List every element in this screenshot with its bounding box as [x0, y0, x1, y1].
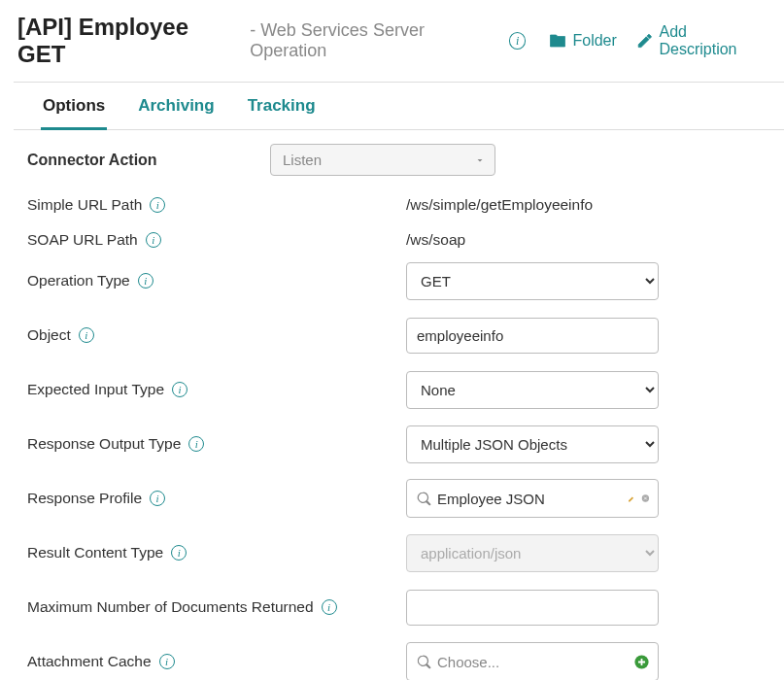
label-simple-url: Simple URL Path i: [27, 196, 406, 214]
label-operation-type: Operation Type i: [27, 272, 406, 289]
tab-tracking[interactable]: Tracking: [246, 96, 318, 130]
label-soap-url-text: SOAP URL Path: [27, 231, 138, 249]
row-soap-url: SOAP URL Path i /ws/soap: [27, 224, 784, 255]
response-profile-input[interactable]: [437, 491, 622, 507]
folder-link[interactable]: Folder: [549, 32, 616, 50]
label-simple-url-text: Simple URL Path: [27, 196, 142, 214]
operation-type-select[interactable]: GET: [406, 262, 659, 300]
search-icon: [417, 492, 431, 506]
label-object: Object i: [27, 326, 406, 344]
connector-action-select-wrap: [270, 144, 486, 176]
row-operation-type: Operation Type i GET: [27, 261, 784, 300]
page-subtitle: - Web Services Server Operation: [250, 20, 503, 61]
max-docs-input[interactable]: [406, 590, 659, 626]
label-soap-url: SOAP URL Path i: [27, 231, 406, 249]
info-icon[interactable]: i: [171, 545, 187, 561]
expected-input-type-select[interactable]: None: [406, 371, 659, 409]
info-icon[interactable]: i: [138, 273, 153, 289]
label-operation-type-text: Operation Type: [27, 272, 130, 289]
attachment-cache-lookup[interactable]: [406, 642, 659, 680]
info-icon[interactable]: i: [159, 654, 175, 669]
label-max-docs-text: Maximum Number of Documents Returned: [27, 598, 314, 616]
row-expected-input-type: Expected Input Type i None: [27, 370, 784, 409]
row-attachment-cache: Attachment Cache i: [27, 642, 784, 680]
attachment-cache-input[interactable]: [437, 654, 628, 670]
info-icon[interactable]: i: [146, 232, 161, 248]
label-response-output-type: Response Output Type i: [27, 435, 406, 453]
info-icon[interactable]: i: [150, 491, 165, 506]
label-attachment-cache: Attachment Cache i: [27, 653, 406, 670]
row-simple-url: Simple URL Path i /ws/simple/getEmployee…: [27, 189, 784, 221]
info-icon[interactable]: i: [188, 436, 204, 452]
page-title: [API] Employee GET: [17, 14, 240, 68]
row-result-content-type: Result Content Type i application/json: [27, 533, 784, 572]
result-content-type-select: application/json: [406, 534, 659, 572]
page-header: [API] Employee GET - Web Services Server…: [0, 0, 784, 82]
tab-archiving[interactable]: Archiving: [136, 96, 216, 130]
clear-icon[interactable]: [641, 491, 650, 506]
connector-action-select: [270, 144, 495, 176]
search-icon: [417, 655, 431, 669]
add-description-label: Add Description: [659, 23, 767, 58]
label-result-content-type-text: Result Content Type: [27, 544, 163, 561]
label-response-profile: Response Profile i: [27, 490, 406, 507]
info-icon[interactable]: i: [150, 197, 165, 213]
tab-options[interactable]: Options: [41, 96, 107, 130]
info-icon[interactable]: i: [79, 327, 94, 343]
add-description-link[interactable]: Add Description: [636, 23, 767, 58]
label-max-docs: Maximum Number of Documents Returned i: [27, 598, 406, 616]
label-expected-input-type-text: Expected Input Type: [27, 381, 164, 398]
label-expected-input-type: Expected Input Type i: [27, 381, 406, 398]
object-input[interactable]: [406, 318, 659, 354]
pencil-icon[interactable]: [628, 492, 635, 506]
row-object: Object i: [27, 316, 784, 355]
info-icon[interactable]: i: [509, 32, 527, 50]
folder-icon: [549, 32, 566, 50]
label-attachment-cache-text: Attachment Cache: [27, 653, 152, 670]
add-icon[interactable]: [633, 654, 650, 670]
response-output-type-select[interactable]: Multiple JSON Objects: [406, 425, 659, 463]
options-form: Connector Action Simple URL Path i /ws/s…: [0, 130, 784, 680]
pencil-icon: [636, 32, 654, 50]
response-profile-lookup[interactable]: [406, 479, 659, 518]
tab-bar: Options Archiving Tracking: [0, 83, 784, 130]
row-response-profile: Response Profile i: [27, 479, 784, 518]
value-simple-url: /ws/simple/getEmployeeinfo: [406, 196, 593, 214]
info-icon[interactable]: i: [172, 382, 187, 397]
row-connector-action: Connector Action: [27, 144, 784, 176]
label-response-output-type-text: Response Output Type: [27, 435, 181, 453]
row-response-output-type: Response Output Type i Multiple JSON Obj…: [27, 425, 784, 463]
label-connector-action: Connector Action: [27, 152, 270, 169]
info-icon[interactable]: i: [322, 599, 337, 615]
value-soap-url: /ws/soap: [406, 231, 465, 249]
header-actions: Folder Add Description: [549, 23, 767, 58]
folder-label: Folder: [572, 32, 616, 50]
row-max-docs: Maximum Number of Documents Returned i: [27, 588, 784, 627]
label-response-profile-text: Response Profile: [27, 490, 142, 507]
label-result-content-type: Result Content Type i: [27, 544, 406, 561]
label-object-text: Object: [27, 326, 71, 344]
